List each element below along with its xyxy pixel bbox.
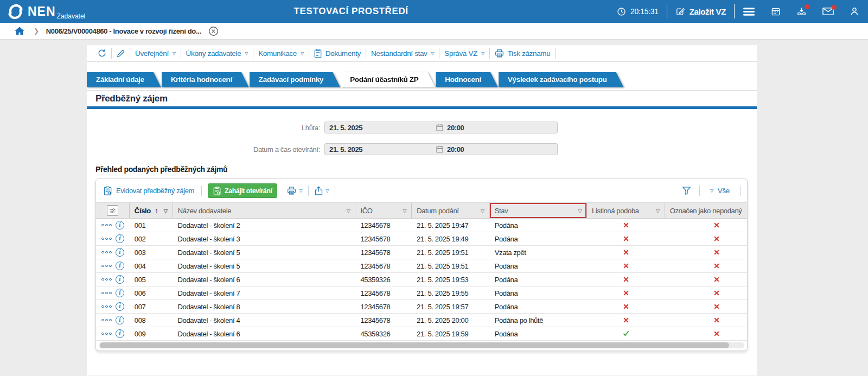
table-row[interactable]: i 003 Dodavatel - školení 5 12345678 21.… <box>96 246 747 259</box>
header-datum[interactable]: Datum podání ▽ <box>412 203 490 218</box>
menu-komunikace[interactable]: Komunikace▽ <box>253 49 309 58</box>
messages-badge <box>832 5 837 10</box>
info-icon[interactable]: i <box>116 302 124 311</box>
info-icon[interactable]: i <box>116 248 124 257</box>
filter-caret-icon[interactable]: ▽ <box>578 208 582 214</box>
create-vz-button[interactable]: Založit VZ <box>675 7 726 16</box>
table-row[interactable]: i 008 Dodavatel - školení 4 12345678 21.… <box>96 314 747 327</box>
header-ico[interactable]: IČO ▽ <box>355 203 412 218</box>
print-table-button[interactable]: ▽ <box>282 186 307 195</box>
row-actions-button[interactable] <box>101 319 112 322</box>
cell-nazev: Dodavatel - školení 4 <box>173 316 356 324</box>
chevron-down-icon: ▽ <box>301 52 304 56</box>
export-button[interactable]: ▽ <box>310 186 334 195</box>
evidovat-button[interactable]: Evidovat předběžný zájem <box>103 186 200 195</box>
home-icon[interactable] <box>15 27 24 35</box>
tab-hodnoceni[interactable]: Hodnocení <box>436 72 498 87</box>
cell-datum: 21. 5. 2025 19:49 <box>412 235 490 243</box>
hscrollbar-thumb[interactable] <box>100 342 729 348</box>
cell-listinna <box>587 221 665 230</box>
chevron-down-icon: ▽ <box>481 52 484 56</box>
row-actions-button[interactable] <box>101 224 112 227</box>
oteviranni-time-value[interactable]: 20:00 <box>447 145 464 154</box>
header-listinna[interactable]: Listinná podoba ▽ <box>587 203 665 218</box>
menu-button[interactable] <box>743 7 755 17</box>
lhuta-date-value[interactable]: 21. 5. 2025 <box>325 124 436 132</box>
menu-dokumenty[interactable]: Dokumenty <box>309 49 366 58</box>
cell-datum: 21. 5. 2025 19:57 <box>412 303 490 311</box>
x-icon <box>714 289 719 297</box>
row-actions-button[interactable] <box>101 238 112 240</box>
info-icon[interactable]: i <box>116 316 124 324</box>
create-vz-label: Založit VZ <box>690 7 726 16</box>
cell-cislo: 009 <box>130 330 173 338</box>
nen-brand[interactable]: NEN Zadavatel <box>7 3 85 20</box>
zahajit-oteviranni-button[interactable]: Zahájit otevírání <box>208 183 277 198</box>
table-row[interactable]: i 006 Dodavatel - školení 7 12345678 21.… <box>96 286 747 300</box>
tab-zadavaci-podminky[interactable]: Zadávací podmínky <box>250 72 340 87</box>
table-row[interactable]: i 002 Dodavatel - školení 3 12345678 21.… <box>96 232 747 246</box>
calendar-small-icon[interactable] <box>436 124 443 131</box>
table-row[interactable]: i 009 Dodavatel - školení 6 45359326 21.… <box>96 327 747 341</box>
row-actions-button[interactable] <box>101 278 112 281</box>
table-row[interactable]: i 007 Dodavatel - školení 8 12345678 21.… <box>96 300 747 314</box>
row-actions-button[interactable] <box>101 333 112 335</box>
profile-button[interactable] <box>850 7 859 16</box>
list-heading: Přehled podaných předběžných zájmů <box>95 165 757 174</box>
info-icon[interactable]: i <box>116 275 124 284</box>
history-button[interactable] <box>93 48 111 58</box>
edit-record-button[interactable] <box>112 49 130 58</box>
breadcrumb-item[interactable]: N006/25/V00004860 - Inovace v rozvoji ří… <box>46 27 201 35</box>
info-icon[interactable]: i <box>116 262 124 270</box>
tab-vysledek[interactable]: Výsledek zadávacího postupu <box>499 72 624 87</box>
filter-caret-icon[interactable]: ▽ <box>346 208 350 214</box>
messages-button[interactable] <box>822 7 834 16</box>
info-icon[interactable]: i <box>116 234 124 243</box>
sliders-icon[interactable] <box>107 205 118 216</box>
header-nazev[interactable]: Název dodavatele ▽ <box>173 203 356 218</box>
info-icon[interactable]: i <box>116 221 124 230</box>
print-record-button[interactable]: Tisk záznamu <box>490 49 556 58</box>
table-row[interactable]: i 005 Dodavatel - školení 6 45359326 21.… <box>96 273 747 286</box>
row-actions-button[interactable] <box>101 251 112 254</box>
lhuta-time-value[interactable]: 20:00 <box>447 124 464 132</box>
x-icon <box>623 235 629 243</box>
header-stav[interactable]: Stav ▽ <box>490 203 587 218</box>
clipboard-gear-icon <box>104 186 112 195</box>
calendar-button[interactable] <box>771 7 781 16</box>
filter-caret-icon[interactable]: ▽ <box>403 208 406 214</box>
row-actions-button[interactable] <box>101 292 112 295</box>
environment-title: TESTOVACÍ PROSTŘEDÍ <box>85 6 617 17</box>
menu-uverejneni[interactable]: Uveřejnění▽ <box>130 49 181 58</box>
tab-kriteria-hodnoceni[interactable]: Kritéria hodnocení <box>162 72 249 87</box>
menu-ukony-zadavatele[interactable]: Úkony zadavatele▽ <box>181 49 253 58</box>
filter-button[interactable] <box>668 186 698 195</box>
filter-caret-icon[interactable]: ▽ <box>656 208 660 214</box>
info-icon[interactable]: i <box>116 329 124 338</box>
table-row[interactable]: i 001 Dodavatel - školení 2 12345678 21.… <box>96 219 747 232</box>
filter-caret-icon[interactable]: ▽ <box>481 208 484 214</box>
chevron-down-icon: ▽ <box>245 52 248 56</box>
cell-datum: 21. 5. 2025 19:53 <box>412 276 490 284</box>
cell-datum: 21. 5. 2025 19:51 <box>412 262 490 270</box>
row-actions-button[interactable] <box>101 265 112 267</box>
tab-zakladni-udaje[interactable]: Základní údaje <box>87 72 161 87</box>
oteviranni-date-value[interactable]: 21. 5. 2025 <box>325 145 436 154</box>
table-row[interactable]: i 004 Dodavatel - školení 5 12345678 21.… <box>96 259 747 273</box>
hscrollbar-track[interactable] <box>99 342 744 348</box>
menu-sprava-vz[interactable]: Správa VZ▽ <box>439 49 489 58</box>
column-settings-button[interactable] <box>96 203 130 218</box>
header-cislo[interactable]: Číslo ↑ ▽ <box>130 203 173 218</box>
breadcrumb-close-button[interactable] <box>208 26 219 36</box>
downloads-button[interactable] <box>796 7 807 16</box>
calendar-small-icon[interactable] <box>436 145 443 153</box>
cell-datum: 21. 5. 2025 19:51 <box>412 248 490 257</box>
cell-stav: Podána <box>490 330 587 338</box>
row-actions-button[interactable] <box>101 305 112 308</box>
info-icon[interactable]: i <box>116 289 124 297</box>
filter-caret-icon[interactable]: ▽ <box>164 208 168 214</box>
menu-nestandardni-stav[interactable]: Nestandardní stav▽ <box>366 49 439 58</box>
header-oznacen[interactable]: Označen jako nepodaný <box>665 203 747 218</box>
vse-dropdown[interactable]: ▽ Vše <box>701 187 739 195</box>
tab-podani-ucastniku-zp[interactable]: Podání účastníků ZP <box>341 72 435 87</box>
